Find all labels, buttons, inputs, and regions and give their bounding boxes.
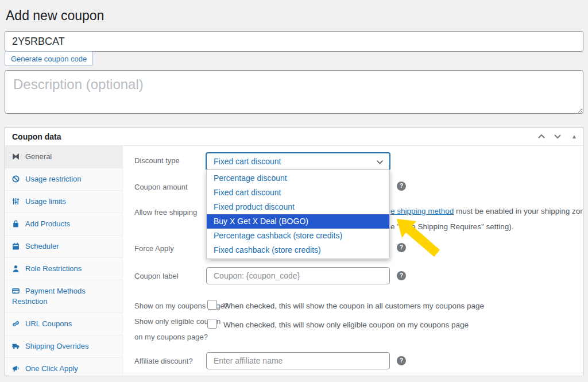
show-on-page-checkbox[interactable] xyxy=(207,300,217,310)
coupon-data-panel: Coupon data ▲ General Usage xyxy=(5,127,583,376)
sidebar-item-url-coupons[interactable]: URL Coupons xyxy=(5,313,122,335)
sidebar-item-label: Usage limits xyxy=(25,197,66,206)
sidebar-item-label: Usage restriction xyxy=(25,175,82,183)
dropdown-option-bogo-highlighted[interactable]: Buy X Get X Deal (BOGO) xyxy=(207,214,389,229)
move-up-button[interactable] xyxy=(533,132,550,141)
coupon-amount-label: Coupon amount xyxy=(134,183,188,191)
shipping-method-link[interactable]: e shipping method xyxy=(390,207,454,215)
megaphone-icon xyxy=(12,365,20,372)
sidebar-item-payment-methods-restriction[interactable]: Payment Methods Restriction xyxy=(5,280,122,313)
sidebar-item-role-restrictions[interactable]: Role Restrictions xyxy=(5,258,122,280)
show-only-eligible-checkbox[interactable] xyxy=(207,319,217,329)
sidebar-item-label: URL Coupons xyxy=(25,319,72,328)
show-on-page-description: When checked, this will show the coupon … xyxy=(223,302,484,310)
sidebar-item-label: Add Products xyxy=(25,219,70,228)
coupon-label-help-icon[interactable]: ? xyxy=(397,271,406,280)
coupon-amount-help-icon[interactable]: ? xyxy=(397,182,406,191)
discount-type-dropdown: Percentage discount Fixed cart discount … xyxy=(206,169,390,259)
affiliate-name-input[interactable] xyxy=(206,352,390,369)
coupon-label-label: Coupon label xyxy=(134,272,179,280)
sidebar-item-shipping-overrides[interactable]: Shipping Overrides xyxy=(5,335,122,358)
generate-coupon-code-button[interactable]: Generate coupon code xyxy=(5,51,93,66)
dropdown-option-percentage-discount[interactable]: Percentage discount xyxy=(207,171,389,186)
show-only-eligible-description: When checked, this will show only eligib… xyxy=(223,321,469,329)
sidebar-item-label: Role Restrictions xyxy=(25,264,82,273)
coupon-data-main: Discount type Fixed cart discount Coupon… xyxy=(123,146,583,376)
sidebar-item-add-products[interactable]: Add Products xyxy=(5,213,122,236)
sliders-icon xyxy=(12,198,20,205)
chevron-up-icon xyxy=(537,132,546,141)
coupon-data-title: Coupon data xyxy=(12,132,533,141)
sidebar-item-usage-restriction[interactable]: Usage restriction xyxy=(5,168,122,191)
sidebar-item-label: Shipping Overrides xyxy=(25,342,89,350)
dropdown-option-fixed-cart-discount[interactable]: Fixed cart discount xyxy=(207,186,389,200)
description-textarea[interactable] xyxy=(5,70,583,114)
coupon-data-sidebar: General Usage restriction Usage limits A… xyxy=(5,146,123,376)
move-down-button[interactable] xyxy=(550,132,566,141)
force-apply-label: Force Apply xyxy=(134,244,174,253)
ban-icon xyxy=(12,175,20,183)
sidebar-item-scheduler[interactable]: Scheduler xyxy=(5,236,122,258)
discount-type-label: Discount type xyxy=(134,156,180,165)
sidebar-item-label: General xyxy=(25,152,52,161)
ticket-icon xyxy=(12,153,20,160)
free-shipping-note-rest: must be enabled in your shipping zone xyxy=(454,207,583,215)
affiliate-discount-label: Affiliate discount? xyxy=(134,357,193,365)
truck-icon xyxy=(12,342,20,350)
calendar-icon xyxy=(12,242,20,250)
coupon-label-input[interactable] xyxy=(206,267,390,284)
dropdown-option-fixed-cashback[interactable]: Fixed cashback (store credits) xyxy=(207,243,389,257)
allow-free-shipping-label: Allow free shipping xyxy=(134,208,197,217)
affiliate-help-icon[interactable]: ? xyxy=(397,356,406,365)
sidebar-item-label: Scheduler xyxy=(25,242,59,250)
sidebar-item-general[interactable]: General xyxy=(5,146,122,168)
dropdown-option-fixed-product-discount[interactable]: Fixed product discount xyxy=(207,200,389,214)
discount-type-value: Fixed cart discount xyxy=(214,157,376,166)
chevron-down-icon xyxy=(554,132,562,141)
user-icon xyxy=(12,265,20,272)
page-title: Add new coupon xyxy=(6,8,104,24)
sidebar-item-label: One Click Apply xyxy=(25,364,78,373)
toggle-panel-button[interactable]: ▲ xyxy=(566,133,577,140)
card-icon xyxy=(12,287,20,295)
coupon-data-header: Coupon data ▲ xyxy=(5,128,583,146)
bag-icon xyxy=(12,220,20,227)
sidebar-item-label: Payment Methods Restriction xyxy=(12,287,86,306)
dropdown-option-percentage-cashback[interactable]: Percentage cashback (store credits) xyxy=(207,229,389,243)
free-shipping-note-line2: e "Free Shipping Requires" setting). xyxy=(390,222,513,231)
discount-type-select[interactable]: Fixed cart discount xyxy=(206,153,390,170)
force-apply-help-icon[interactable]: ? xyxy=(397,243,406,252)
coupon-code-input[interactable] xyxy=(5,31,583,52)
collapse-triangle-icon: ▲ xyxy=(571,133,577,140)
sidebar-item-one-click-apply[interactable]: One Click Apply xyxy=(5,358,122,376)
sidebar-item-usage-limits[interactable]: Usage limits xyxy=(5,191,122,213)
link-icon xyxy=(12,320,20,327)
free-shipping-note-line1: e shipping method must be enabled in you… xyxy=(390,207,583,215)
show-only-eligible-label-line2: on my coupons page? xyxy=(134,333,208,341)
chevron-down-icon xyxy=(376,156,384,167)
